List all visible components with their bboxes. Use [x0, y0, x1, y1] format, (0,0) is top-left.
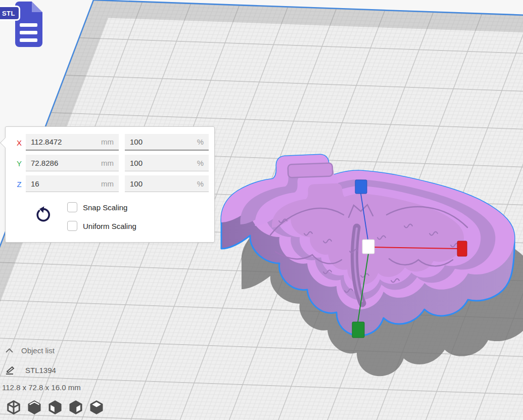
reset-scale-button[interactable]	[34, 206, 52, 225]
camera-view-toolbar	[6, 399, 104, 415]
scale-x-percent-input[interactable]: 100 %	[125, 134, 209, 151]
object-list: Object list STL1394 112.8 x 72.8 x 16.0 …	[5, 345, 81, 392]
object-list-item[interactable]: STL1394	[5, 364, 81, 376]
scale-y-mm-input[interactable]: 72.8286 mm	[26, 155, 119, 171]
axis-label-z: Z	[14, 175, 25, 193]
axis-label-x: X	[14, 134, 25, 151]
stl-badge: STL	[0, 6, 20, 21]
scale-x-mm-value: 112.8472	[31, 137, 62, 146]
scale-y-mm-value: 72.8286	[31, 159, 58, 167]
scale-x-percent-unit: %	[197, 137, 204, 146]
snap-scaling-checkbox[interactable]	[67, 202, 77, 212]
uniform-scaling-checkbox[interactable]	[67, 221, 77, 231]
scale-y-percent-unit: %	[197, 159, 204, 167]
scale-row-x: X 112.8472 mm 100 %	[6, 134, 214, 151]
view-front-button[interactable]	[27, 399, 42, 415]
scale-x-mm-input[interactable]: 112.8472 mm	[26, 134, 119, 151]
scale-handle-x[interactable]	[457, 241, 467, 256]
scale-z-percent-value: 100	[130, 179, 142, 188]
object-name: STL1394	[25, 366, 56, 375]
scale-z-mm-input[interactable]: 16 mm	[26, 175, 119, 192]
uniform-scaling-row: Uniform Scaling	[67, 220, 136, 231]
scale-y-percent-value: 100	[130, 159, 142, 167]
view-3d-button[interactable]	[6, 399, 21, 415]
scale-x-mm-unit: mm	[101, 137, 114, 146]
scale-row-z: Z 16 mm 100 %	[6, 175, 214, 193]
scale-handle-center[interactable]	[362, 240, 374, 254]
scale-z-mm-unit: mm	[101, 179, 114, 188]
pencil-icon	[5, 365, 15, 375]
model-dimensions-label: 112.8 x 72.8 x 16.0 mm	[2, 383, 81, 392]
application-window: STL X 112.8472 mm 100 % Y 72.8286 mm 100…	[0, 0, 523, 420]
scale-row-y: Y 72.8286 mm 100 %	[6, 155, 214, 172]
scale-y-percent-input[interactable]: 100 %	[125, 155, 209, 171]
scale-tool-panel: X 112.8472 mm 100 % Y 72.8286 mm 100 % Z	[5, 126, 215, 243]
object-list-header: Object list	[21, 346, 55, 355]
snap-scaling-row: Snap Scaling	[67, 202, 127, 213]
scale-y-mm-unit: mm	[101, 159, 114, 167]
view-top-button[interactable]	[47, 399, 63, 415]
snap-scaling-label: Snap Scaling	[83, 203, 127, 212]
view-right-button[interactable]	[89, 399, 104, 415]
object-list-toggle[interactable]: Object list	[5, 345, 81, 356]
scale-z-percent-input[interactable]: 100 %	[125, 175, 209, 192]
scale-z-percent-unit: %	[197, 179, 204, 188]
scale-z-mm-value: 16	[31, 179, 39, 188]
uniform-scaling-label: Uniform Scaling	[83, 222, 136, 230]
scale-x-percent-value: 100	[130, 137, 142, 146]
folded-corner	[32, 2, 42, 12]
view-left-button[interactable]	[68, 399, 83, 415]
axis-label-y: Y	[14, 155, 25, 172]
scale-handle-z[interactable]	[355, 180, 367, 194]
tab-slot	[288, 163, 333, 177]
chevron-up-icon	[5, 348, 14, 353]
scale-handle-y[interactable]	[352, 322, 364, 338]
file-type-icon: STL	[0, 0, 51, 51]
